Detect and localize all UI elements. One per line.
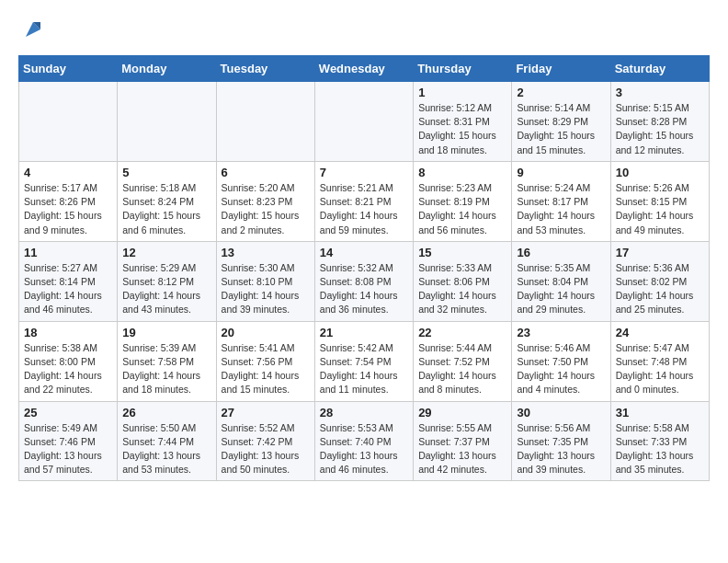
calendar-cell	[118, 82, 216, 162]
day-info: Sunrise: 5:56 AM Sunset: 7:35 PM Dayligh…	[517, 421, 605, 477]
day-header-saturday: Saturday	[610, 56, 709, 82]
calendar-cell: 4Sunrise: 5:17 AM Sunset: 8:26 PM Daylig…	[19, 161, 118, 241]
day-number: 29	[418, 406, 506, 419]
day-number: 17	[616, 246, 704, 259]
day-number: 30	[517, 406, 605, 419]
day-number: 13	[222, 246, 310, 259]
calendar-cell: 30Sunrise: 5:56 AM Sunset: 7:35 PM Dayli…	[512, 401, 610, 481]
calendar-cell: 29Sunrise: 5:55 AM Sunset: 7:37 PM Dayli…	[414, 401, 512, 481]
day-info: Sunrise: 5:41 AM Sunset: 7:56 PM Dayligh…	[222, 341, 310, 397]
calendar-cell: 10Sunrise: 5:26 AM Sunset: 8:15 PM Dayli…	[610, 161, 709, 241]
week-row-5: 25Sunrise: 5:49 AM Sunset: 7:46 PM Dayli…	[19, 401, 710, 481]
week-row-1: 1Sunrise: 5:12 AM Sunset: 8:31 PM Daylig…	[19, 82, 710, 162]
calendar-cell: 6Sunrise: 5:20 AM Sunset: 8:23 PM Daylig…	[216, 161, 314, 241]
day-number: 26	[122, 406, 210, 419]
day-number: 3	[616, 86, 704, 99]
day-info: Sunrise: 5:44 AM Sunset: 7:52 PM Dayligh…	[418, 341, 506, 397]
calendar-cell: 25Sunrise: 5:49 AM Sunset: 7:46 PM Dayli…	[19, 401, 118, 481]
calendar-cell: 27Sunrise: 5:52 AM Sunset: 7:42 PM Dayli…	[216, 401, 314, 481]
calendar-cell: 22Sunrise: 5:44 AM Sunset: 7:52 PM Dayli…	[414, 321, 512, 401]
calendar-cell: 8Sunrise: 5:23 AM Sunset: 8:19 PM Daylig…	[414, 161, 512, 241]
day-info: Sunrise: 5:46 AM Sunset: 7:50 PM Dayligh…	[517, 341, 605, 397]
calendar-cell: 28Sunrise: 5:53 AM Sunset: 7:40 PM Dayli…	[314, 401, 413, 481]
day-info: Sunrise: 5:50 AM Sunset: 7:44 PM Dayligh…	[122, 421, 210, 477]
calendar-cell: 11Sunrise: 5:27 AM Sunset: 8:14 PM Dayli…	[19, 241, 118, 321]
day-info: Sunrise: 5:55 AM Sunset: 7:37 PM Dayligh…	[418, 421, 506, 477]
day-info: Sunrise: 5:18 AM Sunset: 8:24 PM Dayligh…	[122, 181, 210, 237]
day-number: 4	[24, 166, 112, 179]
day-info: Sunrise: 5:30 AM Sunset: 8:10 PM Dayligh…	[222, 261, 310, 317]
calendar-cell: 19Sunrise: 5:39 AM Sunset: 7:58 PM Dayli…	[118, 321, 216, 401]
day-header-tuesday: Tuesday	[216, 56, 314, 82]
calendar-cell: 12Sunrise: 5:29 AM Sunset: 8:12 PM Dayli…	[118, 241, 216, 321]
calendar-cell: 31Sunrise: 5:58 AM Sunset: 7:33 PM Dayli…	[610, 401, 709, 481]
day-info: Sunrise: 5:58 AM Sunset: 7:33 PM Dayligh…	[616, 421, 704, 477]
calendar-cell: 20Sunrise: 5:41 AM Sunset: 7:56 PM Dayli…	[216, 321, 314, 401]
day-info: Sunrise: 5:20 AM Sunset: 8:23 PM Dayligh…	[222, 181, 310, 237]
day-info: Sunrise: 5:42 AM Sunset: 7:54 PM Dayligh…	[320, 341, 408, 397]
calendar-cell: 13Sunrise: 5:30 AM Sunset: 8:10 PM Dayli…	[216, 241, 314, 321]
logo-icon	[22, 18, 44, 40]
day-info: Sunrise: 5:53 AM Sunset: 7:40 PM Dayligh…	[320, 421, 408, 477]
day-number: 6	[222, 166, 310, 179]
day-info: Sunrise: 5:35 AM Sunset: 8:04 PM Dayligh…	[517, 261, 605, 317]
calendar-cell: 21Sunrise: 5:42 AM Sunset: 7:54 PM Dayli…	[314, 321, 413, 401]
day-number: 2	[517, 86, 605, 99]
logo	[18, 18, 44, 40]
day-info: Sunrise: 5:39 AM Sunset: 7:58 PM Dayligh…	[122, 341, 210, 397]
day-header-friday: Friday	[512, 56, 610, 82]
day-number: 20	[222, 326, 310, 339]
calendar-cell: 16Sunrise: 5:35 AM Sunset: 8:04 PM Dayli…	[512, 241, 610, 321]
calendar-cell: 26Sunrise: 5:50 AM Sunset: 7:44 PM Dayli…	[118, 401, 216, 481]
day-number: 14	[320, 246, 408, 259]
calendar-cell: 3Sunrise: 5:15 AM Sunset: 8:28 PM Daylig…	[610, 82, 709, 162]
calendar-cell: 18Sunrise: 5:38 AM Sunset: 8:00 PM Dayli…	[19, 321, 118, 401]
week-row-2: 4Sunrise: 5:17 AM Sunset: 8:26 PM Daylig…	[19, 161, 710, 241]
calendar-cell: 24Sunrise: 5:47 AM Sunset: 7:48 PM Dayli…	[610, 321, 709, 401]
day-info: Sunrise: 5:15 AM Sunset: 8:28 PM Dayligh…	[616, 101, 704, 157]
calendar-cell: 2Sunrise: 5:14 AM Sunset: 8:29 PM Daylig…	[512, 82, 610, 162]
day-info: Sunrise: 5:36 AM Sunset: 8:02 PM Dayligh…	[616, 261, 704, 317]
day-info: Sunrise: 5:26 AM Sunset: 8:15 PM Dayligh…	[616, 181, 704, 237]
day-number: 21	[320, 326, 408, 339]
calendar-cell: 1Sunrise: 5:12 AM Sunset: 8:31 PM Daylig…	[414, 82, 512, 162]
day-info: Sunrise: 5:52 AM Sunset: 7:42 PM Dayligh…	[222, 421, 310, 477]
day-info: Sunrise: 5:33 AM Sunset: 8:06 PM Dayligh…	[418, 261, 506, 317]
day-info: Sunrise: 5:21 AM Sunset: 8:21 PM Dayligh…	[320, 181, 408, 237]
day-number: 15	[418, 246, 506, 259]
day-header-thursday: Thursday	[414, 56, 512, 82]
day-number: 11	[24, 246, 112, 259]
day-header-sunday: Sunday	[19, 56, 118, 82]
day-number: 31	[616, 406, 704, 419]
day-info: Sunrise: 5:12 AM Sunset: 8:31 PM Dayligh…	[418, 101, 506, 157]
day-number: 9	[517, 166, 605, 179]
day-header-wednesday: Wednesday	[314, 56, 413, 82]
header-row: SundayMondayTuesdayWednesdayThursdayFrid…	[19, 56, 710, 82]
day-number: 16	[517, 246, 605, 259]
day-number: 19	[122, 326, 210, 339]
day-number: 22	[418, 326, 506, 339]
day-info: Sunrise: 5:27 AM Sunset: 8:14 PM Dayligh…	[24, 261, 112, 317]
week-row-3: 11Sunrise: 5:27 AM Sunset: 8:14 PM Dayli…	[19, 241, 710, 321]
calendar-cell: 23Sunrise: 5:46 AM Sunset: 7:50 PM Dayli…	[512, 321, 610, 401]
day-number: 7	[320, 166, 408, 179]
calendar-cell: 14Sunrise: 5:32 AM Sunset: 8:08 PM Dayli…	[314, 241, 413, 321]
day-info: Sunrise: 5:29 AM Sunset: 8:12 PM Dayligh…	[122, 261, 210, 317]
calendar-cell: 7Sunrise: 5:21 AM Sunset: 8:21 PM Daylig…	[314, 161, 413, 241]
week-row-4: 18Sunrise: 5:38 AM Sunset: 8:00 PM Dayli…	[19, 321, 710, 401]
calendar-cell	[314, 82, 413, 162]
calendar-cell: 15Sunrise: 5:33 AM Sunset: 8:06 PM Dayli…	[414, 241, 512, 321]
day-number: 10	[616, 166, 704, 179]
day-number: 5	[122, 166, 210, 179]
day-info: Sunrise: 5:38 AM Sunset: 8:00 PM Dayligh…	[24, 341, 112, 397]
day-number: 12	[122, 246, 210, 259]
calendar-cell	[216, 82, 314, 162]
day-number: 1	[418, 86, 506, 99]
day-info: Sunrise: 5:14 AM Sunset: 8:29 PM Dayligh…	[517, 101, 605, 157]
calendar-table: SundayMondayTuesdayWednesdayThursdayFrid…	[18, 55, 710, 481]
day-number: 8	[418, 166, 506, 179]
day-number: 27	[222, 406, 310, 419]
calendar-cell	[19, 82, 118, 162]
day-info: Sunrise: 5:23 AM Sunset: 8:19 PM Dayligh…	[418, 181, 506, 237]
calendar-cell: 9Sunrise: 5:24 AM Sunset: 8:17 PM Daylig…	[512, 161, 610, 241]
